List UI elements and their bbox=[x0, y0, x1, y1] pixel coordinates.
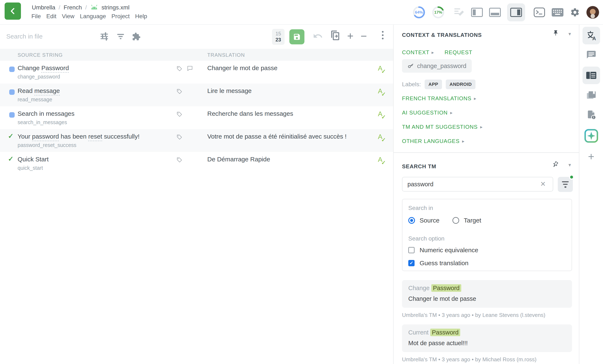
file-toolbar: 15 23 + − bbox=[0, 25, 393, 49]
pages-bookmark-icon bbox=[586, 91, 596, 100]
tag-icon[interactable] bbox=[176, 157, 182, 163]
menu-edit[interactable]: Edit bbox=[46, 13, 56, 20]
breadcrumb: Umbrella / French / strings.xml bbox=[32, 3, 130, 12]
checkbox-icon bbox=[408, 247, 415, 253]
spellcheck-ok-icon[interactable]: A✓ bbox=[378, 65, 388, 75]
tag-icon[interactable] bbox=[176, 89, 182, 94]
rail-add-panel-button[interactable]: + bbox=[588, 150, 594, 163]
chevron-right-icon: ▸ bbox=[474, 96, 476, 101]
display-settings-icon[interactable] bbox=[100, 32, 108, 41]
comment-filled-icon bbox=[586, 50, 596, 59]
table-row[interactable]: Change Password change_password Changer … bbox=[0, 61, 393, 83]
search-options-card: Search in Source Target Search option Nu… bbox=[402, 199, 572, 271]
plugins-puzzle-icon[interactable] bbox=[132, 32, 141, 41]
right-rail: A bbox=[579, 25, 603, 364]
checkbox-guess-translation[interactable]: ✓ Guess translation bbox=[408, 260, 468, 267]
duplicate-icon[interactable] bbox=[330, 30, 340, 41]
context-panel: CONTEXT & TRANSLATIONS ▾ CONTEXT▸ REQUES… bbox=[393, 25, 579, 364]
menu-language[interactable]: Language bbox=[80, 13, 106, 20]
collapse-search-tm-chevron-icon[interactable]: ▾ bbox=[568, 162, 571, 168]
more-options-kebab-icon[interactable] bbox=[382, 31, 383, 39]
translation-text[interactable]: Lire le message bbox=[207, 87, 252, 94]
radio-target[interactable]: Target bbox=[452, 217, 481, 224]
layout-left-panel-button[interactable] bbox=[471, 8, 483, 17]
layout-bottom-panel-button[interactable] bbox=[489, 8, 501, 17]
tab-context[interactable]: CONTEXT▸ bbox=[402, 49, 434, 56]
tm-source-text: Change Password bbox=[408, 285, 566, 292]
table-row[interactable]: Read message read_message Lire le messag… bbox=[0, 83, 393, 106]
tm-result[interactable]: Change Password Changer le mot de passe bbox=[402, 280, 572, 308]
rail-ai-button[interactable] bbox=[583, 128, 599, 144]
tag-icon[interactable] bbox=[176, 111, 182, 117]
breadcrumb-language[interactable]: French bbox=[64, 4, 82, 11]
layout-right-panel-button[interactable] bbox=[507, 3, 525, 21]
translation-text[interactable]: De Démarrage Rapide bbox=[207, 156, 270, 163]
translation-text[interactable]: Votre mot de passe a été réinitialisé av… bbox=[207, 133, 347, 140]
breadcrumb-project[interactable]: Umbrella bbox=[32, 4, 55, 11]
translation-text[interactable]: Changer le mot de passe bbox=[207, 65, 278, 72]
translate-icon: A bbox=[586, 31, 596, 41]
table-row[interactable]: Search in messages search_in_messages Re… bbox=[0, 106, 393, 129]
search-tm-input[interactable] bbox=[402, 177, 553, 192]
menu-file[interactable]: File bbox=[31, 13, 41, 20]
terminal-icon[interactable] bbox=[533, 7, 545, 17]
match-highlight: Password bbox=[430, 329, 460, 336]
menu-view[interactable]: View bbox=[62, 13, 74, 20]
spellcheck-ok-icon[interactable]: A✓ bbox=[378, 87, 388, 98]
checkbox-numeric-equivalence[interactable]: Numeric equivalence bbox=[408, 247, 478, 254]
table-row[interactable]: ✓ Quick Start quick_start De Démarrage R… bbox=[0, 152, 393, 175]
rail-translate-button[interactable]: A bbox=[582, 27, 600, 44]
breadcrumb-separator: / bbox=[85, 4, 87, 11]
progress-ring-reviewed[interactable]: 17% bbox=[432, 6, 445, 19]
tm-result[interactable]: Current Password Mot de passe actuel!!! bbox=[402, 324, 572, 352]
table-row[interactable]: ✓ Your password has been reset successfu… bbox=[0, 129, 393, 152]
remove-string-button[interactable]: − bbox=[360, 31, 367, 41]
label-chip-android[interactable]: ANDROID bbox=[446, 80, 475, 89]
search-in-file-input[interactable] bbox=[6, 31, 90, 42]
add-string-button[interactable]: + bbox=[347, 31, 353, 41]
user-avatar[interactable] bbox=[586, 6, 599, 19]
undo-icon bbox=[313, 31, 323, 40]
save-button[interactable] bbox=[289, 29, 304, 44]
menu-help[interactable]: Help bbox=[135, 13, 147, 20]
string-key: change_password bbox=[18, 74, 60, 80]
keyboard-icon[interactable] bbox=[552, 8, 564, 17]
tag-icon[interactable] bbox=[176, 134, 182, 140]
editor-pane: 15 23 + − SOURCE STRING TRANSLATION bbox=[0, 25, 393, 364]
rail-file-info-button[interactable] bbox=[586, 110, 596, 120]
chevron-right-icon: ▸ bbox=[431, 50, 434, 55]
spellcheck-ok-icon[interactable]: A✓ bbox=[378, 156, 388, 166]
pin-icon[interactable] bbox=[553, 30, 559, 37]
collapse-panel-chevron-icon[interactable]: ▾ bbox=[568, 31, 571, 37]
clear-search-icon[interactable]: ✕ bbox=[540, 180, 546, 188]
string-key: search_in_messages bbox=[18, 119, 67, 125]
progress-value: 64% bbox=[412, 6, 425, 19]
settings-gear-icon[interactable] bbox=[570, 7, 580, 17]
panel-divider bbox=[394, 152, 579, 153]
filter-icon[interactable] bbox=[116, 32, 125, 41]
counter-total: 23 bbox=[276, 37, 281, 43]
back-button[interactable] bbox=[5, 2, 21, 20]
section-tm-mt-suggestions[interactable]: TM AND MT SUGGESTIONS▸ bbox=[402, 124, 483, 130]
spellcheck-ok-icon[interactable]: A✓ bbox=[378, 110, 388, 121]
tab-request[interactable]: REQUEST bbox=[444, 49, 472, 56]
tag-icon[interactable] bbox=[176, 66, 182, 72]
rail-comments-button[interactable] bbox=[586, 50, 596, 59]
labels-row: Labels: APP ANDROID bbox=[402, 80, 475, 89]
menu-project[interactable]: Project bbox=[111, 13, 130, 20]
unpin-icon[interactable] bbox=[552, 161, 559, 168]
spellcheck-ok-icon[interactable]: A✓ bbox=[378, 133, 388, 143]
rail-context-panel-button[interactable] bbox=[582, 67, 600, 84]
comment-icon[interactable] bbox=[187, 66, 193, 71]
svg-text:A: A bbox=[592, 35, 596, 41]
string-key-chip[interactable]: change_password bbox=[402, 59, 472, 73]
progress-ring-translated[interactable]: 64% bbox=[412, 6, 425, 19]
section-french-translations[interactable]: FRENCH TRANSLATIONS▸ bbox=[402, 95, 476, 102]
section-ai-suggestion[interactable]: AI SUGGESTION▸ bbox=[402, 110, 453, 116]
label-chip-app[interactable]: APP bbox=[425, 80, 442, 89]
translation-text[interactable]: Recherche dans les messages bbox=[207, 110, 293, 117]
radio-source[interactable]: Source bbox=[408, 217, 440, 224]
rail-glossary-button[interactable] bbox=[586, 91, 596, 100]
progress-value: 17% bbox=[432, 6, 445, 19]
section-other-languages[interactable]: OTHER LANGUAGES▸ bbox=[402, 138, 464, 144]
